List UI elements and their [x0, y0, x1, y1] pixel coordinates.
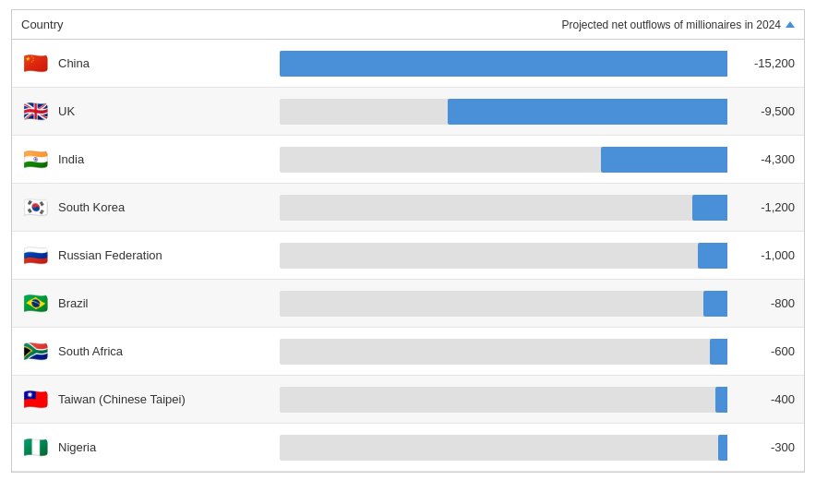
country-name-china: China: [58, 56, 90, 70]
bar-cell-nigeria: -300: [280, 435, 795, 461]
bar-cell-russia: -1,000: [280, 243, 795, 269]
flag-china: 🇨🇳: [21, 50, 49, 78]
flag-nigeria: 🇳🇬: [21, 434, 49, 462]
table-row: 🇹🇼 Taiwan (Chinese Taipei) -400: [12, 376, 804, 424]
bar-value-brazil: -800: [735, 296, 795, 310]
flag-brazil: 🇧🇷: [21, 290, 49, 318]
flag-taiwan: 🇹🇼: [21, 386, 49, 414]
country-cell: 🇨🇳 China: [21, 50, 280, 78]
bar-cell-china: -15,200: [280, 51, 795, 77]
bar-value-nigeria: -300: [735, 440, 795, 454]
table-row: 🇳🇬 Nigeria -300: [12, 424, 804, 472]
bar-cell-uk: -9,500: [280, 99, 795, 125]
country-cell: 🇿🇦 South Africa: [21, 338, 280, 366]
bar-value-southkorea: -1,200: [735, 200, 795, 214]
country-cell: 🇬🇧 UK: [21, 98, 280, 126]
flag-southkorea: 🇰🇷: [21, 194, 49, 222]
bar-cell-brazil: -800: [280, 291, 795, 317]
flag-southafrica: 🇿🇦: [21, 338, 49, 366]
table-row: 🇰🇷 South Korea -1,200: [12, 184, 804, 232]
bar-fill-russia: [698, 243, 727, 269]
bar-fill-uk: [448, 99, 727, 125]
country-name-india: India: [58, 152, 84, 166]
flag-uk: 🇬🇧: [21, 98, 49, 126]
bar-track-southafrica: [280, 339, 727, 365]
country-name-russia: Russian Federation: [58, 248, 162, 262]
table-row: 🇮🇳 India -4,300: [12, 136, 804, 184]
bar-track-russia: [280, 243, 727, 269]
bar-fill-southkorea: [692, 195, 727, 221]
bar-fill-taiwan: [715, 387, 727, 413]
bar-cell-southkorea: -1,200: [280, 195, 795, 221]
country-name-brazil: Brazil: [58, 296, 89, 310]
table-row: 🇧🇷 Brazil -800: [12, 280, 804, 328]
bar-cell-taiwan: -400: [280, 387, 795, 413]
country-cell: 🇰🇷 South Korea: [21, 194, 280, 222]
country-name-uk: UK: [58, 104, 75, 118]
country-name-nigeria: Nigeria: [58, 440, 96, 454]
country-cell: 🇳🇬 Nigeria: [21, 434, 280, 462]
table-row: 🇬🇧 UK -9,500: [12, 88, 804, 136]
bar-track-brazil: [280, 291, 727, 317]
bar-track-uk: [280, 99, 727, 125]
country-cell: 🇮🇳 India: [21, 146, 280, 174]
country-cell: 🇷🇺 Russian Federation: [21, 242, 280, 270]
bar-value-southafrica: -600: [735, 344, 795, 358]
flag-russia: 🇷🇺: [21, 242, 49, 270]
country-cell: 🇧🇷 Brazil: [21, 290, 280, 318]
bar-track-china: [280, 51, 727, 77]
bar-value-uk: -9,500: [735, 104, 795, 118]
bar-value-taiwan: -400: [735, 392, 795, 406]
bar-value-india: -4,300: [735, 152, 795, 166]
metric-column-header: Projected net outflows of millionaires i…: [280, 18, 795, 31]
bar-value-russia: -1,000: [735, 248, 795, 262]
chart-container: Country Projected net outflows of millio…: [11, 9, 805, 473]
sort-arrow-icon[interactable]: [786, 21, 795, 28]
bar-cell-india: -4,300: [280, 147, 795, 173]
table-row: 🇿🇦 South Africa -600: [12, 328, 804, 376]
bar-fill-china: [280, 51, 727, 77]
bar-fill-india: [601, 147, 727, 173]
chart-header: Country Projected net outflows of millio…: [12, 10, 804, 40]
bar-fill-nigeria: [718, 435, 727, 461]
bar-track-india: [280, 147, 727, 173]
bar-cell-southafrica: -600: [280, 339, 795, 365]
bar-fill-southafrica: [710, 339, 727, 365]
bar-fill-brazil: [703, 291, 727, 317]
country-column-header: Country: [21, 18, 280, 31]
country-name-taiwan: Taiwan (Chinese Taipei): [58, 392, 186, 406]
table-row: 🇨🇳 China -15,200: [12, 40, 804, 88]
bar-track-taiwan: [280, 387, 727, 413]
bar-track-nigeria: [280, 435, 727, 461]
bar-track-southkorea: [280, 195, 727, 221]
chart-rows: 🇨🇳 China -15,200 🇬🇧 UK -9,500 🇮🇳 India: [12, 40, 804, 472]
bar-value-china: -15,200: [735, 56, 795, 70]
flag-india: 🇮🇳: [21, 146, 49, 174]
country-cell: 🇹🇼 Taiwan (Chinese Taipei): [21, 386, 280, 414]
country-name-southafrica: South Africa: [58, 344, 123, 358]
country-name-southkorea: South Korea: [58, 200, 125, 214]
table-row: 🇷🇺 Russian Federation -1,000: [12, 232, 804, 280]
